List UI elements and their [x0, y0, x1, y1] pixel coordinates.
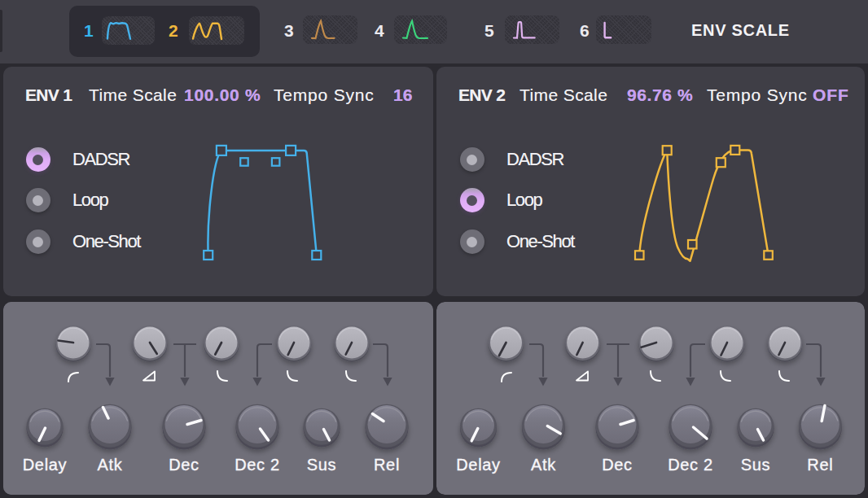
svg-text:Dec 2: Dec 2 — [668, 456, 713, 474]
svg-text:Dec: Dec — [169, 456, 199, 474]
svg-text:Rel: Rel — [807, 456, 833, 474]
svg-text:Atk: Atk — [98, 456, 123, 474]
svg-text:Dec 2: Dec 2 — [235, 456, 280, 474]
svg-text:Delay: Delay — [23, 456, 68, 474]
svg-text:Delay: Delay — [456, 456, 501, 474]
svg-text:Dec: Dec — [602, 456, 633, 474]
svg-text:Atk: Atk — [531, 456, 556, 474]
svg-text:Sus: Sus — [741, 456, 771, 474]
svg-text:Sus: Sus — [307, 456, 337, 474]
svg-text:Rel: Rel — [374, 456, 400, 474]
